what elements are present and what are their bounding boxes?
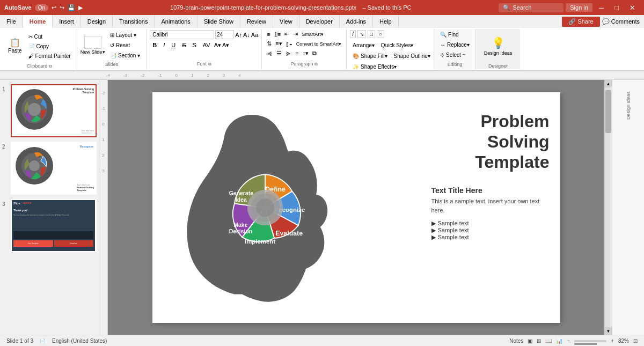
- shape-outline-button[interactable]: Shape Outline▾: [391, 51, 433, 61]
- tab-review[interactable]: Review: [240, 15, 273, 28]
- font-size-input[interactable]: [215, 30, 234, 39]
- section-button[interactable]: 📑 Section ▾: [107, 51, 143, 60]
- shadow-button[interactable]: S: [189, 41, 199, 49]
- underline-button[interactable]: U: [169, 41, 178, 49]
- new-slide-button[interactable]: New Slide▾: [80, 49, 106, 55]
- zoom-in-button[interactable]: +: [611, 338, 614, 344]
- new-slide-preview[interactable]: [84, 36, 101, 49]
- share-button[interactable]: 🔗 Share: [562, 17, 599, 27]
- zoom-out-button[interactable]: −: [567, 338, 570, 344]
- normal-view-button[interactable]: ▣: [528, 338, 532, 344]
- bullets-button[interactable]: ≡: [265, 31, 272, 38]
- ribbon-group-designer: 💡 Design Ideas Designer: [476, 29, 521, 69]
- svg-text:Implement: Implement: [245, 238, 275, 245]
- shape-effects-button[interactable]: ✨ Shape Effects▾: [350, 62, 399, 71]
- decrease-font-size-button[interactable]: A↓: [243, 32, 250, 38]
- replace-button[interactable]: ↔ Replace▾: [437, 40, 472, 49]
- tab-transitions[interactable]: Transitions: [113, 15, 155, 28]
- close-button[interactable]: ✕: [625, 3, 640, 13]
- increase-indent-button[interactable]: ⇥: [291, 30, 299, 38]
- undo-icon[interactable]: ↩: [52, 4, 56, 11]
- align-right-button[interactable]: ⫸: [284, 50, 293, 57]
- search-box[interactable]: 🔍 Search: [499, 3, 564, 12]
- smartart-convert-button[interactable]: SmartArt▾: [300, 31, 325, 38]
- font-color-button[interactable]: A▾: [214, 42, 221, 49]
- font-name-input[interactable]: [150, 30, 214, 39]
- highlight-button[interactable]: A▾: [222, 42, 229, 49]
- increase-font-size-button[interactable]: A↑: [235, 32, 242, 38]
- italic-button[interactable]: I: [160, 41, 167, 49]
- design-ideas-button[interactable]: 💡 Design Ideas: [479, 30, 517, 62]
- comments-button[interactable]: 💬 Comments: [602, 18, 640, 25]
- paragraph-spacing-button[interactable]: ⧉: [311, 49, 318, 57]
- cut-button[interactable]: ✂ Cut: [26, 32, 74, 41]
- tab-view[interactable]: View: [273, 15, 299, 28]
- font-label: Font ⧉: [150, 60, 258, 68]
- quick-styles-button[interactable]: Quick Styles▾: [378, 41, 416, 50]
- tab-slideshow[interactable]: Slide Show: [197, 15, 240, 28]
- title-bar-left: AutoSave On ↩ ↪ 💾 ▶: [4, 4, 83, 11]
- strikethrough-button[interactable]: S: [179, 41, 188, 49]
- tab-file[interactable]: File: [0, 15, 23, 28]
- notes-button[interactable]: Notes: [509, 338, 523, 344]
- maximize-button[interactable]: □: [610, 3, 623, 13]
- line-spacing-button[interactable]: ↕▾: [301, 49, 311, 57]
- redo-icon[interactable]: ↪: [60, 4, 64, 11]
- layout-button[interactable]: ⊞ Layout ▾: [107, 31, 143, 40]
- numbering-button[interactable]: 1≡: [273, 31, 283, 38]
- tab-developer[interactable]: Developer: [299, 15, 340, 28]
- rect-tool[interactable]: □: [368, 30, 375, 38]
- paste-icon: 📋: [10, 39, 20, 47]
- shape-fill-button[interactable]: 🎨 Shape Fill▾: [350, 51, 390, 61]
- minimize-button[interactable]: ─: [595, 3, 608, 13]
- slide-preview-2[interactable]: Recognize Text title here: [11, 142, 97, 195]
- editing-label: Editing: [437, 61, 472, 68]
- bold-button[interactable]: B: [150, 41, 159, 49]
- scroll-down-button[interactable]: ▼: [605, 327, 612, 335]
- sign-in-button[interactable]: Sign in: [566, 3, 592, 12]
- slide-preview-3[interactable]: Slide HUNTER Thank you! You can download…: [11, 199, 97, 252]
- decrease-indent-button[interactable]: ⇤: [283, 30, 291, 38]
- tab-design[interactable]: Design: [81, 15, 113, 28]
- paste-button[interactable]: 📋 Paste: [5, 30, 25, 62]
- tab-home[interactable]: Home: [23, 15, 53, 28]
- tab-addins[interactable]: Add-ins: [340, 15, 373, 28]
- slide-thumb-3[interactable]: 3 Slide HUNTER Thank you! You can downlo…: [2, 199, 97, 252]
- align-text-button[interactable]: ≡▾: [274, 40, 283, 48]
- line-tool[interactable]: /: [350, 30, 356, 38]
- oval-tool[interactable]: ○: [377, 30, 384, 38]
- slide-thumb-1[interactable]: 1 Problem SolvingTemplate: [2, 84, 97, 137]
- reset-button[interactable]: ↺ Reset: [107, 41, 143, 50]
- arrow-tool[interactable]: ↘: [357, 30, 366, 38]
- align-left-button[interactable]: ⫷: [265, 50, 274, 57]
- copy-button[interactable]: 📄 Copy: [26, 42, 74, 51]
- svg-point-16: [255, 198, 274, 216]
- slide-sorter-button[interactable]: ⊞: [537, 338, 541, 344]
- fit-slide-button[interactable]: ⊡: [633, 338, 638, 344]
- format-painter-button[interactable]: 🖌 Format Painter: [26, 51, 74, 61]
- slide-preview-1[interactable]: Problem SolvingTemplate: [11, 84, 97, 137]
- tab-animations[interactable]: Animations: [155, 15, 197, 28]
- align-center-button[interactable]: ☰: [275, 49, 283, 57]
- justify-button[interactable]: ≡: [294, 50, 300, 57]
- zoom-slider[interactable]: [574, 340, 606, 342]
- arrange-button[interactable]: Arrange▾: [350, 41, 377, 50]
- change-case-button[interactable]: Aa: [251, 32, 258, 38]
- save-icon[interactable]: 💾: [68, 4, 75, 11]
- vertical-scrollbar[interactable]: ▲ ▼: [604, 80, 612, 335]
- columns-button[interactable]: ⫿▾: [284, 40, 294, 48]
- tab-help[interactable]: Help: [373, 15, 399, 28]
- find-button[interactable]: 🔍 Find: [437, 30, 472, 39]
- charspacing-button[interactable]: AV: [200, 41, 213, 49]
- autosave-toggle[interactable]: On: [35, 4, 48, 11]
- presenter-view-button[interactable]: 📊: [556, 338, 562, 344]
- tab-insert[interactable]: Insert: [53, 15, 81, 28]
- svg-point-5: [29, 160, 40, 171]
- slide-thumb-2[interactable]: 2 Recognize: [2, 142, 97, 195]
- convert-smartart-label[interactable]: Convert to SmartArt▾: [295, 41, 343, 47]
- scroll-up-button[interactable]: ▲: [605, 80, 612, 87]
- select-button[interactable]: ⊹ Select ~: [437, 50, 472, 60]
- text-direction-button[interactable]: ⇅: [265, 40, 273, 48]
- reading-view-button[interactable]: 📖: [545, 338, 552, 344]
- scroll-thumb[interactable]: [605, 90, 611, 133]
